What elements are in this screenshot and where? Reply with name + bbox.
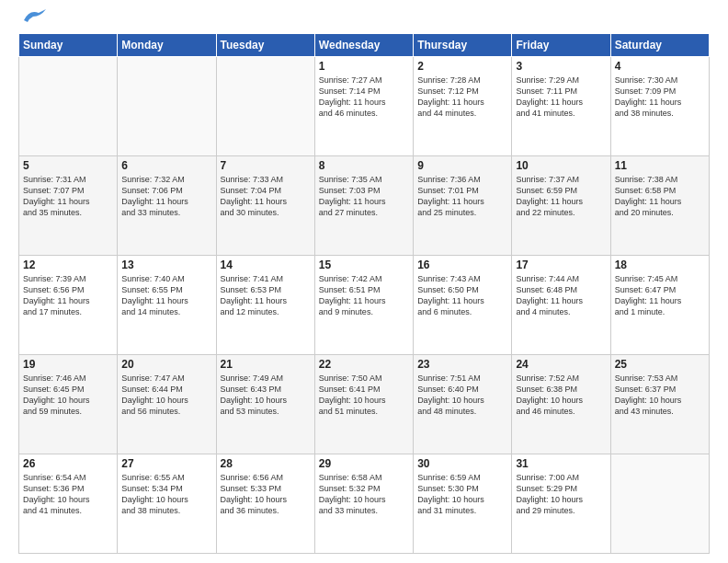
day-number: 17 — [516, 259, 606, 271]
logo — [18, 15, 46, 24]
day-info: Sunrise: 7:31 AM Sunset: 7:07 PM Dayligh… — [23, 174, 113, 219]
day-info: Sunrise: 7:00 AM Sunset: 5:29 PM Dayligh… — [516, 472, 606, 517]
day-number: 24 — [516, 358, 606, 371]
day-number: 13 — [121, 259, 211, 271]
calendar-cell: 22Sunrise: 7:50 AM Sunset: 6:41 PM Dayli… — [314, 355, 413, 454]
week-row-1: 5Sunrise: 7:31 AM Sunset: 7:07 PM Daylig… — [19, 156, 710, 256]
day-number: 27 — [121, 457, 211, 470]
day-info: Sunrise: 7:32 AM Sunset: 7:06 PM Dayligh… — [121, 174, 211, 219]
calendar-cell — [118, 57, 216, 156]
day-info: Sunrise: 6:55 AM Sunset: 5:34 PM Dayligh… — [121, 472, 211, 517]
weekday-header-thursday: Thursday — [414, 34, 512, 57]
day-number: 4 — [615, 60, 705, 73]
calendar-cell: 14Sunrise: 7:41 AM Sunset: 6:53 PM Dayli… — [216, 256, 314, 355]
calendar-cell: 7Sunrise: 7:33 AM Sunset: 7:04 PM Daylig… — [216, 156, 314, 256]
calendar-cell: 10Sunrise: 7:37 AM Sunset: 6:59 PM Dayli… — [512, 156, 610, 256]
calendar-cell: 6Sunrise: 7:32 AM Sunset: 7:06 PM Daylig… — [118, 156, 216, 256]
day-number: 22 — [319, 358, 409, 371]
calendar-cell: 19Sunrise: 7:46 AM Sunset: 6:45 PM Dayli… — [19, 355, 118, 454]
calendar-cell: 12Sunrise: 7:39 AM Sunset: 6:56 PM Dayli… — [19, 256, 118, 355]
day-number: 9 — [417, 159, 507, 172]
day-info: Sunrise: 7:47 AM Sunset: 6:44 PM Dayligh… — [121, 373, 211, 418]
week-row-4: 26Sunrise: 6:54 AM Sunset: 5:36 PM Dayli… — [19, 454, 710, 554]
day-info: Sunrise: 7:51 AM Sunset: 6:40 PM Dayligh… — [417, 373, 507, 418]
day-number: 20 — [121, 358, 211, 371]
day-info: Sunrise: 7:37 AM Sunset: 6:59 PM Dayligh… — [516, 174, 606, 219]
day-info: Sunrise: 6:58 AM Sunset: 5:32 PM Dayligh… — [319, 472, 409, 517]
header — [18, 15, 710, 24]
calendar-cell: 26Sunrise: 6:54 AM Sunset: 5:36 PM Dayli… — [19, 454, 118, 554]
calendar-cell: 8Sunrise: 7:35 AM Sunset: 7:03 PM Daylig… — [314, 156, 413, 256]
day-info: Sunrise: 7:43 AM Sunset: 6:50 PM Dayligh… — [417, 273, 507, 318]
calendar-cell: 27Sunrise: 6:55 AM Sunset: 5:34 PM Dayli… — [118, 454, 216, 554]
day-info: Sunrise: 7:44 AM Sunset: 6:48 PM Dayligh… — [516, 273, 606, 318]
day-number: 10 — [516, 159, 606, 172]
week-row-2: 12Sunrise: 7:39 AM Sunset: 6:56 PM Dayli… — [19, 256, 710, 355]
day-info: Sunrise: 7:53 AM Sunset: 6:37 PM Dayligh… — [615, 373, 705, 418]
day-info: Sunrise: 6:59 AM Sunset: 5:30 PM Dayligh… — [417, 472, 507, 517]
day-number: 14 — [221, 259, 311, 271]
day-info: Sunrise: 6:56 AM Sunset: 5:33 PM Dayligh… — [221, 472, 311, 517]
calendar-cell — [610, 454, 709, 554]
calendar-cell: 18Sunrise: 7:45 AM Sunset: 6:47 PM Dayli… — [610, 256, 709, 355]
calendar-cell: 21Sunrise: 7:49 AM Sunset: 6:43 PM Dayli… — [216, 355, 314, 454]
calendar-cell: 29Sunrise: 6:58 AM Sunset: 5:32 PM Dayli… — [314, 454, 413, 554]
calendar-cell: 16Sunrise: 7:43 AM Sunset: 6:50 PM Dayli… — [414, 256, 512, 355]
day-number: 15 — [319, 259, 409, 271]
day-info: Sunrise: 7:33 AM Sunset: 7:04 PM Dayligh… — [221, 174, 311, 219]
day-number: 3 — [516, 60, 606, 73]
page: SundayMondayTuesdayWednesdayThursdayFrid… — [0, 0, 728, 563]
day-number: 19 — [23, 358, 113, 371]
day-info: Sunrise: 7:46 AM Sunset: 6:45 PM Dayligh… — [23, 373, 113, 418]
day-number: 8 — [319, 159, 409, 172]
logo-bird-icon — [20, 7, 46, 24]
week-row-0: 1Sunrise: 7:27 AM Sunset: 7:14 PM Daylig… — [19, 57, 710, 156]
day-info: Sunrise: 7:42 AM Sunset: 6:51 PM Dayligh… — [319, 273, 409, 318]
calendar-cell — [216, 57, 314, 156]
day-number: 6 — [121, 159, 211, 172]
day-number: 23 — [417, 358, 507, 371]
day-number: 29 — [319, 457, 409, 470]
day-info: Sunrise: 7:40 AM Sunset: 6:55 PM Dayligh… — [121, 273, 211, 318]
day-info: Sunrise: 7:27 AM Sunset: 7:14 PM Dayligh… — [319, 75, 409, 120]
day-info: Sunrise: 7:50 AM Sunset: 6:41 PM Dayligh… — [319, 373, 409, 418]
calendar-cell: 24Sunrise: 7:52 AM Sunset: 6:38 PM Dayli… — [512, 355, 610, 454]
calendar-cell: 13Sunrise: 7:40 AM Sunset: 6:55 PM Dayli… — [118, 256, 216, 355]
calendar-cell: 2Sunrise: 7:28 AM Sunset: 7:12 PM Daylig… — [414, 57, 512, 156]
day-number: 21 — [221, 358, 311, 371]
calendar-cell: 15Sunrise: 7:42 AM Sunset: 6:51 PM Dayli… — [314, 256, 413, 355]
day-number: 31 — [516, 457, 606, 470]
calendar-cell: 9Sunrise: 7:36 AM Sunset: 7:01 PM Daylig… — [414, 156, 512, 256]
weekday-header-monday: Monday — [118, 34, 216, 57]
calendar-cell: 1Sunrise: 7:27 AM Sunset: 7:14 PM Daylig… — [314, 57, 413, 156]
weekday-header-saturday: Saturday — [610, 34, 709, 57]
day-info: Sunrise: 7:39 AM Sunset: 6:56 PM Dayligh… — [23, 273, 113, 318]
calendar-cell: 4Sunrise: 7:30 AM Sunset: 7:09 PM Daylig… — [610, 57, 709, 156]
calendar-cell: 23Sunrise: 7:51 AM Sunset: 6:40 PM Dayli… — [414, 355, 512, 454]
calendar-cell: 17Sunrise: 7:44 AM Sunset: 6:48 PM Dayli… — [512, 256, 610, 355]
calendar-cell: 31Sunrise: 7:00 AM Sunset: 5:29 PM Dayli… — [512, 454, 610, 554]
calendar-cell — [19, 57, 118, 156]
calendar-cell: 28Sunrise: 6:56 AM Sunset: 5:33 PM Dayli… — [216, 454, 314, 554]
calendar-cell: 5Sunrise: 7:31 AM Sunset: 7:07 PM Daylig… — [19, 156, 118, 256]
week-row-3: 19Sunrise: 7:46 AM Sunset: 6:45 PM Dayli… — [19, 355, 710, 454]
weekday-header-sunday: Sunday — [19, 34, 118, 57]
day-number: 16 — [417, 259, 507, 271]
day-info: Sunrise: 7:41 AM Sunset: 6:53 PM Dayligh… — [221, 273, 311, 318]
day-info: Sunrise: 6:54 AM Sunset: 5:36 PM Dayligh… — [23, 472, 113, 517]
day-number: 12 — [23, 259, 113, 271]
day-number: 1 — [319, 60, 409, 73]
day-info: Sunrise: 7:29 AM Sunset: 7:11 PM Dayligh… — [516, 75, 606, 120]
day-info: Sunrise: 7:30 AM Sunset: 7:09 PM Dayligh… — [615, 75, 705, 120]
day-info: Sunrise: 7:38 AM Sunset: 6:58 PM Dayligh… — [615, 174, 705, 219]
day-number: 18 — [615, 259, 705, 271]
day-number: 11 — [615, 159, 705, 172]
calendar-cell: 3Sunrise: 7:29 AM Sunset: 7:11 PM Daylig… — [512, 57, 610, 156]
weekday-header-tuesday: Tuesday — [216, 34, 314, 57]
day-number: 25 — [615, 358, 705, 371]
calendar-table: SundayMondayTuesdayWednesdayThursdayFrid… — [18, 33, 710, 554]
weekday-header-wednesday: Wednesday — [314, 34, 413, 57]
day-info: Sunrise: 7:36 AM Sunset: 7:01 PM Dayligh… — [417, 174, 507, 219]
day-number: 28 — [221, 457, 311, 470]
calendar-cell: 25Sunrise: 7:53 AM Sunset: 6:37 PM Dayli… — [610, 355, 709, 454]
